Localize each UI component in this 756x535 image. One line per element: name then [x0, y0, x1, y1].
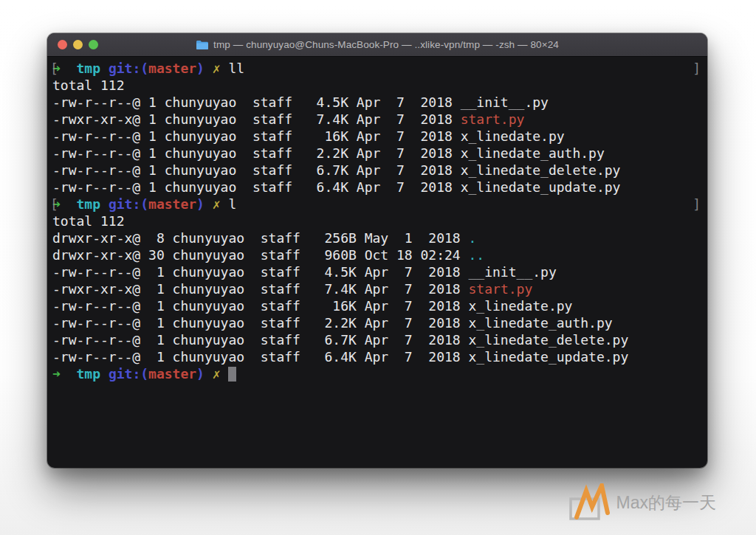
title-bar[interactable]: tmp — chunyuyao@Chuns-MacBook-Pro — ..xl… — [47, 33, 707, 57]
terminal-line: -rw-r--r--@ 1 chunyuyao staff 6.7K Apr 7… — [52, 162, 702, 179]
terminal-text: -rw-r--r--@ 1 chunyuyao staff 2.2K Apr 7… — [52, 315, 613, 331]
terminal-text: -rw-r--r--@ 1 chunyuyao staff 6.4K Apr 7… — [52, 179, 620, 195]
terminal-text: l — [221, 196, 237, 212]
terminal-text: master — [148, 366, 196, 382]
terminal-line: -rw-r--r--@ 1 chunyuyao staff 6.4K Apr 7… — [52, 348, 702, 365]
terminal-text: -rw-r--r--@ 1 chunyuyao staff 6.4K Apr 7… — [52, 349, 628, 365]
zoom-button[interactable] — [89, 40, 98, 49]
terminal-text: git:( — [109, 196, 148, 212]
terminal-text: ) — [196, 61, 205, 76]
terminal-text: -rw-r--r--@ 1 chunyuyao staff 4.5K Apr 7… — [52, 264, 557, 280]
terminal-text: tmp — [77, 366, 101, 382]
command-mark-right: ] — [693, 60, 701, 77]
terminal-text: start.py — [469, 281, 533, 297]
terminal-line: -rwxr-xr-x@ 1 chunyuyao staff 7.4K Apr 7… — [52, 111, 702, 128]
terminal-text: ) — [196, 196, 205, 212]
terminal-line: drwxr-xr-x@ 8 chunyuyao staff 256B May 1… — [52, 229, 702, 246]
terminal-line: drwxr-xr-x@ 30 chunyuyao staff 960B Oct … — [52, 246, 702, 263]
folder-icon — [196, 40, 209, 50]
terminal-line: -rw-r--r--@ 1 chunyuyao staff 6.7K Apr 7… — [52, 331, 702, 348]
terminal-text: tmp — [77, 196, 101, 212]
terminal-line: -rw-r--r--@ 1 chunyuyao staff 16K Apr 7 … — [52, 297, 702, 314]
window-title-group: tmp — chunyuyao@Chuns-MacBook-Pro — ..xl… — [196, 39, 559, 50]
terminal-text — [100, 61, 109, 76]
terminal-text: -rwxr-xr-x@ 1 chunyuyao staff 7.4K Apr 7… — [52, 111, 461, 127]
window-title: tmp — chunyuyao@Chuns-MacBook-Pro — ..xl… — [213, 39, 559, 50]
watermark-logo-icon — [568, 483, 615, 522]
terminal-text: ) — [196, 366, 205, 382]
command-mark-left: [ — [50, 196, 58, 213]
terminal-text: . — [469, 230, 477, 246]
terminal-cursor — [228, 367, 236, 382]
command-mark-right: ] — [693, 196, 701, 213]
terminal-body[interactable]: []➜ tmp git:(master) ✗ lltotal 112-rw-r-… — [47, 57, 707, 468]
terminal-text: master — [148, 196, 196, 212]
minimize-button[interactable] — [73, 40, 83, 49]
terminal-line: total 112 — [52, 77, 702, 94]
terminal-text: master — [148, 61, 196, 76]
terminal-line: -rw-r--r--@ 1 chunyuyao staff 4.5K Apr 7… — [52, 94, 702, 111]
terminal-line: ➜ tmp git:(master) ✗ — [52, 365, 702, 382]
terminal-line: -rw-r--r--@ 1 chunyuyao staff 6.4K Apr 7… — [52, 179, 702, 196]
terminal-text — [61, 196, 77, 212]
terminal-line: -rw-r--r--@ 1 chunyuyao staff 4.5K Apr 7… — [52, 263, 702, 280]
terminal-window: tmp — chunyuyao@Chuns-MacBook-Pro — ..xl… — [47, 33, 707, 468]
traffic-lights — [58, 33, 98, 56]
terminal-text: ✗ — [213, 366, 221, 382]
terminal-text: drwxr-xr-x@ 8 chunyuyao staff 256B May 1… — [52, 230, 469, 246]
terminal-line: []➜ tmp git:(master) ✗ ll — [52, 60, 702, 77]
terminal-line: total 112 — [52, 213, 702, 229]
terminal-text: -rwxr-xr-x@ 1 chunyuyao staff 7.4K Apr 7… — [52, 281, 469, 297]
page-background: { "window": { "title": "tmp — chunyuyao@… — [0, 0, 756, 535]
terminal-text — [205, 366, 213, 382]
terminal-text — [205, 196, 213, 212]
terminal-text: git:( — [109, 61, 148, 76]
watermark: Max的每一天 — [568, 483, 716, 522]
terminal-text: -rw-r--r--@ 1 chunyuyao staff 6.7K Apr 7… — [52, 332, 628, 348]
terminal-text: drwxr-xr-x@ 30 chunyuyao staff 960B Oct … — [52, 247, 469, 263]
terminal-line: []➜ tmp git:(master) ✗ l — [52, 196, 702, 213]
terminal-text: total 112 — [52, 77, 125, 93]
terminal-text: git:( — [109, 366, 148, 382]
terminal-text: ll — [221, 61, 245, 76]
terminal-line: -rw-r--r--@ 1 chunyuyao staff 2.2K Apr 7… — [52, 314, 702, 331]
close-button[interactable] — [58, 40, 67, 49]
terminal-text: ✗ — [213, 61, 221, 76]
terminal-text: ✗ — [213, 196, 221, 212]
terminal-text: -rw-r--r--@ 1 chunyuyao staff 2.2K Apr 7… — [52, 145, 605, 161]
terminal-text — [100, 366, 109, 382]
terminal-text — [221, 366, 229, 382]
terminal-text — [205, 61, 213, 76]
terminal-text: start.py — [461, 111, 525, 127]
terminal-text: -rw-r--r--@ 1 chunyuyao staff 4.5K Apr 7… — [52, 94, 549, 110]
terminal-line: -rwxr-xr-x@ 1 chunyuyao staff 7.4K Apr 7… — [52, 280, 702, 297]
command-mark-left: [ — [50, 60, 58, 77]
terminal-line: -rw-r--r--@ 1 chunyuyao staff 16K Apr 7 … — [52, 128, 702, 145]
terminal-text: .. — [469, 247, 485, 263]
terminal-text: -rw-r--r--@ 1 chunyuyao staff 16K Apr 7 … — [52, 298, 572, 314]
terminal-line: -rw-r--r--@ 1 chunyuyao staff 2.2K Apr 7… — [52, 145, 702, 162]
terminal-text: total 112 — [52, 213, 125, 229]
terminal-text: tmp — [77, 61, 101, 76]
watermark-text: Max的每一天 — [616, 491, 716, 514]
terminal-text: -rw-r--r--@ 1 chunyuyao staff 6.7K Apr 7… — [52, 162, 620, 178]
terminal-text — [100, 196, 109, 212]
terminal-text — [61, 366, 77, 382]
terminal-text: ➜ — [52, 366, 61, 382]
terminal-text: -rw-r--r--@ 1 chunyuyao staff 16K Apr 7 … — [52, 128, 565, 144]
terminal-text — [61, 61, 77, 76]
